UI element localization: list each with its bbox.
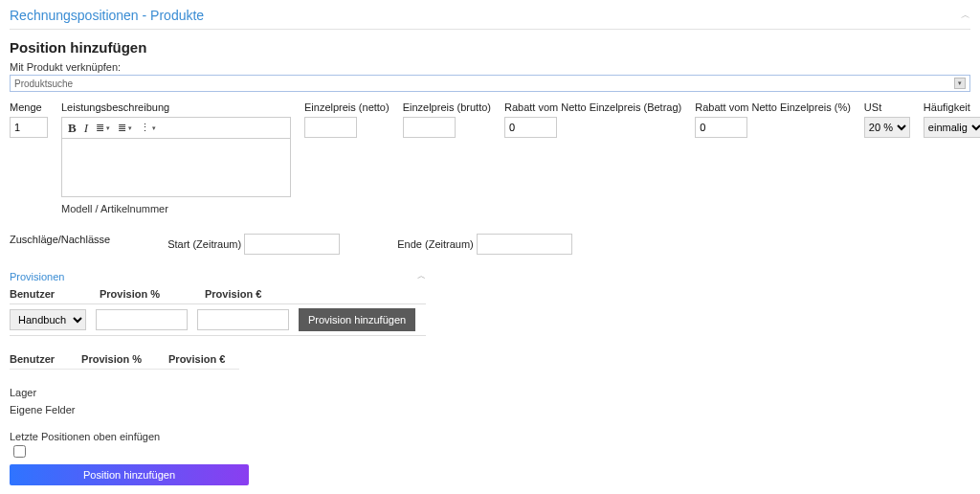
desc-label: Leistungsbeschreibung — [61, 101, 291, 113]
insert-top-label: Letzte Positionen oben einfügen — [10, 431, 970, 442]
insert-top-row: Letzte Positionen oben einfügen — [10, 431, 970, 460]
prov-eur-input[interactable] — [197, 309, 289, 330]
provisions-title-text: Provisionen — [10, 271, 64, 282]
provisions-header: Benutzer Provision % Provision € — [10, 288, 426, 300]
start-col: Start (Zeitraum) — [167, 234, 340, 255]
vat-label: USt — [864, 101, 910, 113]
prov-head-user: Benutzer — [10, 288, 86, 300]
panel-title-text: Rechnungspositionen - Produkte — [10, 8, 204, 23]
prov-head-eur: Provision € — [205, 288, 297, 300]
eigene-felder-link[interactable]: Eigene Felder — [10, 404, 970, 415]
insert-top-checkbox[interactable] — [13, 445, 26, 458]
provisions-list-header: Benutzer Provision % Provision € — [10, 353, 970, 365]
surcharges-col: Zuschläge/Nachlässe — [10, 234, 110, 255]
submit-position-button[interactable]: Position hinzufügen — [10, 464, 249, 485]
qty-input[interactable] — [10, 117, 48, 138]
discount-pct-input[interactable] — [695, 117, 747, 138]
numbered-list-icon[interactable]: ≣▾ — [118, 122, 132, 134]
product-search-combobox[interactable]: Produktsuche ▾ — [10, 75, 970, 92]
vat-select[interactable]: 20 % — [864, 117, 910, 138]
model-number-link[interactable]: Modell / Artikelnummer — [61, 203, 291, 214]
italic-icon[interactable]: I — [84, 121, 88, 136]
more-options-icon[interactable]: ⋮▾ — [140, 122, 156, 134]
surcharges-label: Zuschläge/Nachlässe — [10, 234, 110, 245]
bold-icon[interactable]: B — [68, 121, 77, 136]
vat-col: USt 20 % — [864, 101, 910, 214]
unit-net-label: Einzelpreis (netto) — [304, 101, 390, 113]
dropdown-arrow-icon: ▾ — [954, 78, 966, 89]
lager-link[interactable]: Lager — [10, 387, 970, 398]
end-col: Ende (Zeitraum) — [397, 234, 572, 255]
discount-pct-col: Rabatt vom Netto Einzelpreis (%) — [695, 101, 851, 214]
prov-user-select[interactable]: Handbuch — [10, 309, 86, 330]
freq-select[interactable]: einmalig — [924, 117, 980, 138]
start-input[interactable] — [244, 234, 340, 255]
unit-net-input[interactable] — [304, 117, 357, 138]
divider — [10, 29, 970, 30]
unit-gross-col: Einzelpreis (brutto) — [403, 101, 491, 214]
prov-list-user: Benutzer — [10, 353, 55, 365]
prov-pct-input[interactable] — [96, 309, 188, 330]
unit-gross-input[interactable] — [403, 117, 456, 138]
chevron-up-icon[interactable]: ︿ — [961, 9, 970, 22]
fields-row: Menge Leistungsbeschreibung B I ≣▾ ≣▾ ⋮▾… — [10, 101, 970, 214]
unit-gross-label: Einzelpreis (brutto) — [403, 101, 491, 113]
chevron-up-icon: ︿ — [417, 270, 426, 282]
divider — [10, 369, 239, 370]
unit-net-col: Einzelpreis (netto) — [304, 101, 390, 214]
prov-list-pct: Provision % — [81, 353, 142, 365]
form-subtitle: Position hinzufügen — [10, 39, 970, 56]
desc-col: Leistungsbeschreibung B I ≣▾ ≣▾ ⋮▾ Model… — [61, 101, 291, 214]
discount-amount-col: Rabatt vom Netto Einzelpreis (Betrag) — [504, 101, 681, 214]
discount-pct-label: Rabatt vom Netto Einzelpreis (%) — [695, 101, 851, 113]
discount-amount-label: Rabatt vom Netto Einzelpreis (Betrag) — [504, 101, 681, 113]
period-row: Zuschläge/Nachlässe Start (Zeitraum) End… — [10, 234, 970, 255]
add-provision-button[interactable]: Provision hinzufügen — [299, 308, 415, 331]
provisions-input-row: Handbuch Provision hinzufügen — [10, 303, 426, 336]
editor-toolbar: B I ≣▾ ≣▾ ⋮▾ — [62, 118, 290, 139]
bullet-list-icon[interactable]: ≣▾ — [96, 122, 110, 134]
discount-amount-input[interactable] — [504, 117, 557, 138]
freq-label: Häufigkeit — [924, 101, 980, 113]
product-search-placeholder: Produktsuche — [14, 79, 73, 89]
provisions-title[interactable]: Provisionen ︿ — [10, 270, 426, 282]
qty-label: Menge — [10, 101, 48, 113]
rich-text-editor: B I ≣▾ ≣▾ ⋮▾ — [61, 117, 291, 197]
panel-title: Rechnungspositionen - Produkte ︿ — [10, 6, 970, 27]
editor-area[interactable] — [62, 139, 290, 196]
end-label: Ende (Zeitraum) — [397, 238, 473, 250]
start-label: Start (Zeitraum) — [167, 238, 241, 250]
qty-col: Menge — [10, 101, 48, 214]
product-link-label: Mit Produkt verknüpfen: — [10, 61, 970, 73]
freq-col: Häufigkeit einmalig — [924, 101, 980, 214]
prov-list-eur: Provision € — [168, 353, 225, 365]
end-input[interactable] — [477, 234, 572, 255]
prov-head-pct: Provision % — [100, 288, 191, 300]
